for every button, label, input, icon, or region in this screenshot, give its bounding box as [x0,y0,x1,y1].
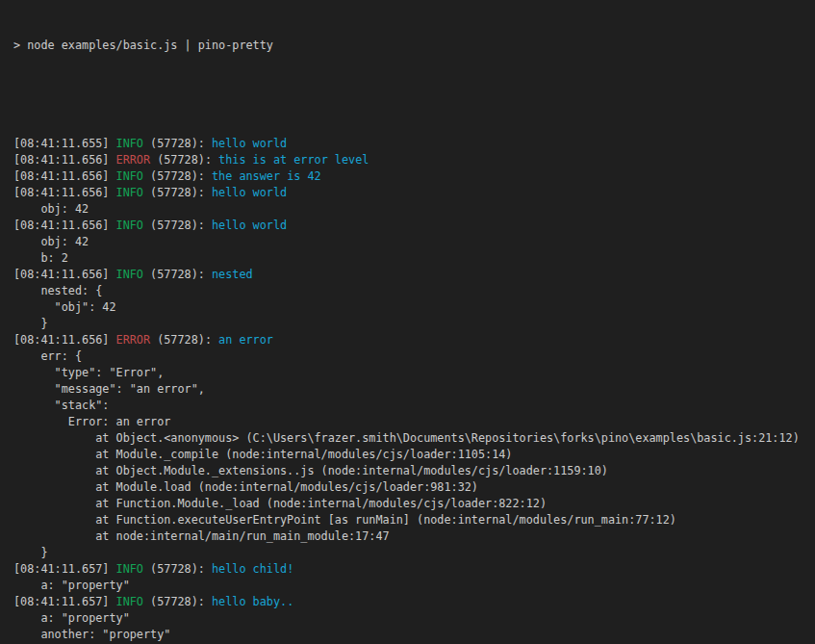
log-detail-line: "type": "Error", [13,365,811,381]
log-detail-text: err: { [13,349,82,363]
log-timestamp: [08:41:11.656] [13,333,116,347]
log-detail-text: at Module.load (node:internal/modules/cj… [13,480,478,494]
log-timestamp: [08:41:11.656] [13,219,116,232]
log-detail-line: "message": "an error", [13,381,811,398]
log-detail-text: another: "property" [13,628,170,641]
log-detail-line: err: { [13,348,811,365]
log-level: INFO [116,137,143,150]
log-message: hello child! [212,562,293,576]
log-detail-line: b: 2 [13,250,811,267]
log-detail-text: at node:internal/main/run_main_module:17… [13,529,390,543]
log-detail-line: a: "property" [13,610,811,627]
log-message: hello world [212,186,287,199]
log-line: [08:41:11.657] INFO (57728): hello baby.… [13,594,811,610]
log-level: INFO [116,562,143,576]
log-detail-text: obj: 42 [13,202,89,216]
log-timestamp: [08:41:11.657] [13,595,116,608]
log-message: hello world [212,219,287,232]
log-line: [08:41:11.656] INFO (57728): hello world [13,185,811,201]
log-message: nested [212,268,253,281]
log-pid: (57728): [143,137,212,150]
log-message: this is at error level [218,153,369,167]
log-message: hello world [212,137,287,150]
log-detail-text: a: "property" [13,579,130,592]
log-line: [08:41:11.657] INFO (57728): hello child… [13,561,811,578]
log-detail-line: "obj": 42 [13,299,811,316]
log-pid: (57728): [143,219,212,232]
log-timestamp: [08:41:11.656] [13,186,116,199]
log-detail-line: at Module._compile (node:internal/module… [13,447,811,463]
log-detail-text: obj: 42 [13,235,89,248]
log-detail-text: at Object.<anonymous> (C:\Users\frazer.s… [13,431,800,445]
log-detail-text: a: "property" [13,611,130,625]
log-detail-line: at node:internal/main/run_main_module:17… [13,528,811,545]
log-detail-text: "type": "Error", [13,366,164,379]
log-detail-text: } [13,546,48,559]
log-output: [08:41:11.655] INFO (57728): hello world… [13,136,811,644]
log-detail-line: at Module.load (node:internal/modules/cj… [13,479,811,496]
log-line: [08:41:11.656] INFO (57728): the answer … [13,168,811,185]
log-pid: (57728): [143,186,212,199]
log-message: the answer is 42 [212,169,321,183]
terminal-window[interactable]: > node examples/basic.js | pino-pretty [… [0,0,815,644]
command-prompt-line: > node examples/basic.js | pino-pretty [13,38,811,54]
log-level: INFO [116,268,143,281]
log-line: [08:41:11.655] INFO (57728): hello world [13,136,811,152]
log-detail-line: at Function.Module._load (node:internal/… [13,496,811,512]
log-detail-line: Error: an error [13,414,811,430]
log-detail-line: at Object.Module._extensions..js (node:i… [13,463,811,479]
log-detail-line: obj: 42 [13,234,811,250]
log-detail-text: Error: an error [13,415,170,428]
log-detail-text: nested: { [13,284,102,297]
log-detail-line: nested: { [13,283,811,299]
log-detail-text: at Function.Module._load (node:internal/… [13,497,547,510]
log-pid: (57728): [143,562,212,576]
log-detail-text: at Module._compile (node:internal/module… [13,448,512,461]
log-detail-text: "obj": 42 [13,300,116,314]
log-level: INFO [116,186,143,199]
log-pid: (57728): [150,153,218,167]
log-line: [08:41:11.656] ERROR (57728): an error [13,332,811,348]
log-message: an error [218,333,273,347]
log-pid: (57728): [143,268,212,281]
log-line: [08:41:11.656] INFO (57728): hello world [13,218,811,234]
log-detail-text: b: 2 [13,251,68,265]
log-pid: (57728): [143,169,212,183]
log-detail-text: "stack": [13,399,109,412]
log-level: INFO [116,219,143,232]
log-timestamp: [08:41:11.657] [13,562,116,576]
log-detail-line: a: "property" [13,578,811,594]
log-message: hello baby.. [212,595,293,608]
log-detail-line: "stack": [13,398,811,414]
log-detail-text: "message": "an error", [13,382,205,396]
log-detail-line: at Function.executeUserEntryPoint [as ru… [13,512,811,528]
log-level: ERROR [116,333,151,347]
log-detail-line: at Object.<anonymous> (C:\Users\frazer.s… [13,430,811,447]
log-line: [08:41:11.656] INFO (57728): nested [13,267,811,283]
log-timestamp: [08:41:11.655] [13,137,116,150]
log-timestamp: [08:41:11.656] [13,268,116,281]
log-pid: (57728): [150,333,218,347]
log-level: INFO [116,595,143,608]
log-detail-text: at Function.executeUserEntryPoint [as ru… [13,513,676,527]
log-pid: (57728): [143,595,212,608]
log-timestamp: [08:41:11.656] [13,169,116,183]
log-detail-line: } [13,316,811,332]
blank-line [13,87,811,103]
log-line: [08:41:11.656] ERROR (57728): this is at… [13,152,811,168]
log-detail-line: another: "property" [13,627,811,643]
log-timestamp: [08:41:11.656] [13,153,116,167]
log-detail-text: } [13,317,48,330]
log-detail-text: at Object.Module._extensions..js (node:i… [13,464,608,477]
log-detail-line: } [13,545,811,561]
log-level: INFO [116,169,143,183]
log-detail-line: obj: 42 [13,201,811,218]
log-level: ERROR [116,153,151,167]
